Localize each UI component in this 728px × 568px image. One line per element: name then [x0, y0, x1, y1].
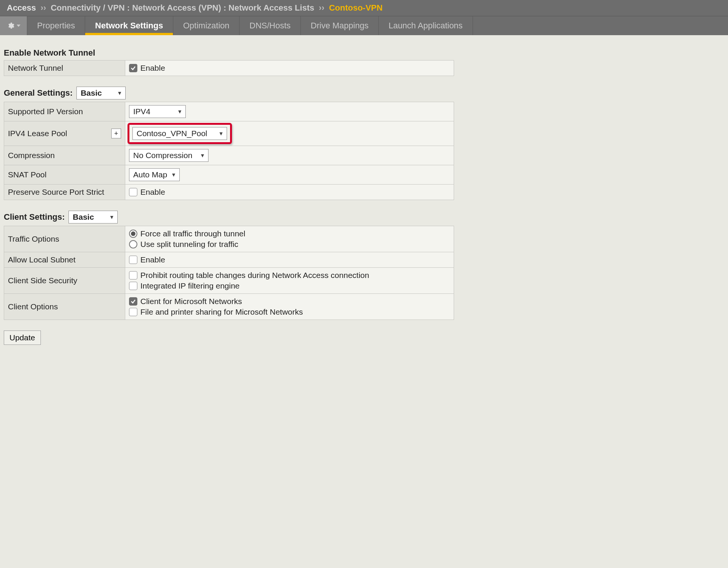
section-title-client-settings: Client Settings: Basic ▼: [4, 211, 454, 223]
select-general-mode[interactable]: Basic ▼: [76, 87, 126, 99]
breadcrumb-sep: ››: [319, 3, 325, 12]
add-lease-pool-button[interactable]: +: [111, 129, 121, 138]
chevron-down-icon: [17, 24, 20, 28]
chevron-down-icon: ▼: [200, 152, 205, 158]
select-client-mode-value: Basic: [73, 213, 94, 222]
tab-bar: Properties Network Settings Optimization…: [0, 16, 728, 35]
section-title-enable-tunnel: Enable Network Tunnel: [4, 48, 454, 58]
label-snat-pool: SNAT Pool: [4, 165, 125, 185]
general-settings-label: General Settings:: [4, 88, 73, 98]
chevron-down-icon: ▼: [117, 90, 122, 96]
label-traffic-force: Force all traffic through tunnel: [140, 229, 245, 238]
highlight-lease-pool: Contoso_VPN_Pool ▼: [128, 123, 232, 144]
checkbox-client-ms[interactable]: [129, 297, 137, 306]
row-compression: Compression No Compression ▼: [4, 146, 454, 165]
row-traffic-options: Traffic Options Force all traffic throug…: [4, 226, 454, 252]
label-prohibit-routing: Prohibit routing table changes during Ne…: [140, 271, 369, 280]
label-compression: Compression: [4, 146, 125, 165]
label-file-printer: File and printer sharing for Microsoft N…: [140, 307, 303, 317]
select-general-mode-value: Basic: [81, 88, 102, 98]
select-client-mode[interactable]: Basic ▼: [68, 211, 118, 223]
select-snat-pool[interactable]: Auto Map ▼: [129, 168, 180, 181]
row-lease-pool: IPV4 Lease Pool + Contoso_VPN_Pool ▼: [4, 121, 454, 146]
tab-network-settings[interactable]: Network Settings: [85, 16, 173, 35]
chevron-down-icon: ▼: [177, 109, 182, 115]
tab-launch-applications[interactable]: Launch Applications: [379, 16, 473, 35]
check-icon: [131, 65, 136, 71]
label-allow-local-subnet: Allow Local Subnet: [4, 252, 125, 268]
label-integrated-filter: Integrated IP filtering engine: [140, 281, 240, 290]
row-snat-pool: SNAT Pool Auto Map ▼: [4, 165, 454, 185]
content-area: Enable Network Tunnel Network Tunnel Ena…: [0, 35, 458, 352]
breadcrumb-path[interactable]: Connectivity / VPN : Network Access (VPN…: [51, 3, 314, 12]
radio-traffic-force[interactable]: [129, 230, 137, 238]
gear-icon: [7, 22, 14, 29]
tab-optimization[interactable]: Optimization: [173, 16, 240, 35]
label-preserve-port: Preserve Source Port Strict: [4, 185, 125, 200]
update-button[interactable]: Update: [4, 331, 41, 345]
client-settings-label: Client Settings:: [4, 212, 65, 222]
label-supported-ip: Supported IP Version: [4, 102, 125, 121]
label-client-side-security: Client Side Security: [4, 268, 125, 294]
row-client-side-security: Client Side Security Prohibit routing ta…: [4, 268, 454, 294]
tab-properties[interactable]: Properties: [27, 16, 85, 35]
chevron-down-icon: ▼: [109, 214, 114, 220]
breadcrumb: Access ›› Connectivity / VPN : Network A…: [0, 0, 728, 16]
chevron-down-icon: ▼: [218, 130, 224, 137]
row-allow-local-subnet: Allow Local Subnet Enable: [4, 252, 454, 268]
label-enable: Enable: [140, 188, 165, 197]
select-supported-ip-value: IPV4: [133, 107, 151, 116]
select-snat-pool-value: Auto Map: [133, 170, 167, 179]
select-lease-pool-value: Contoso_VPN_Pool: [137, 129, 207, 138]
select-lease-pool[interactable]: Contoso_VPN_Pool ▼: [132, 127, 227, 140]
row-supported-ip: Supported IP Version IPV4 ▼: [4, 102, 454, 121]
label-enable: Enable: [140, 64, 165, 73]
label-enable: Enable: [140, 255, 165, 264]
checkbox-prohibit-routing[interactable]: [129, 271, 137, 279]
checkbox-network-tunnel-enable[interactable]: [129, 64, 137, 72]
select-compression-value: No Compression: [133, 151, 192, 160]
breadcrumb-root[interactable]: Access: [7, 3, 36, 12]
label-network-tunnel: Network Tunnel: [4, 61, 125, 76]
gear-menu[interactable]: [0, 16, 27, 35]
label-client-options: Client Options: [4, 294, 125, 320]
tab-drive-mappings[interactable]: Drive Mappings: [301, 16, 379, 35]
checkbox-preserve-port[interactable]: [129, 188, 137, 196]
label-client-ms: Client for Microsoft Networks: [140, 297, 242, 306]
general-settings-table: Supported IP Version IPV4 ▼ IPV4 Lease P…: [4, 102, 454, 200]
client-settings-table: Traffic Options Force all traffic throug…: [4, 226, 454, 320]
checkbox-integrated-filter[interactable]: [129, 282, 137, 290]
label-traffic-split: Use split tunneling for traffic: [140, 240, 238, 249]
breadcrumb-sep: ››: [40, 3, 46, 12]
radio-traffic-split[interactable]: [129, 240, 137, 248]
row-network-tunnel: Network Tunnel Enable: [4, 61, 454, 76]
enable-tunnel-table: Network Tunnel Enable: [4, 60, 454, 76]
select-supported-ip[interactable]: IPV4 ▼: [129, 105, 186, 118]
checkbox-file-printer[interactable]: [129, 308, 137, 316]
section-title-general-settings: General Settings: Basic ▼: [4, 87, 454, 99]
row-preserve-port: Preserve Source Port Strict Enable: [4, 185, 454, 200]
breadcrumb-current: Contoso-VPN: [329, 3, 383, 12]
select-compression[interactable]: No Compression ▼: [129, 149, 208, 162]
checkbox-allow-local-subnet[interactable]: [129, 256, 137, 264]
row-client-options: Client Options Client for Microsoft Netw…: [4, 294, 454, 320]
tab-dns-hosts[interactable]: DNS/Hosts: [240, 16, 301, 35]
check-icon: [131, 299, 136, 304]
chevron-down-icon: ▼: [171, 172, 176, 178]
label-traffic-options: Traffic Options: [4, 226, 125, 252]
label-lease-pool: IPV4 Lease Pool: [8, 129, 67, 138]
